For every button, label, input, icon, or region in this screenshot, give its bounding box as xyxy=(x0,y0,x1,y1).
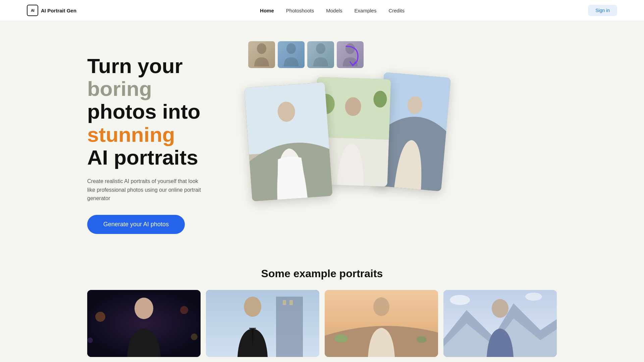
nav-photoshoots[interactable]: Photoshoots xyxy=(286,8,314,13)
hero-title-line2: photos into xyxy=(87,100,200,123)
examples-grid xyxy=(87,290,557,357)
hero-section: Turn your boring photos into stunning AI… xyxy=(0,21,644,254)
example-card-4 xyxy=(443,290,557,357)
example-card-2 xyxy=(206,290,319,357)
nav-credits[interactable]: Credits xyxy=(388,8,405,13)
example-card-3 xyxy=(325,290,438,357)
brand-name: AI Portrait Gen xyxy=(41,8,76,13)
svg-rect-30 xyxy=(283,300,286,305)
hero-text: Turn your boring photos into stunning AI… xyxy=(87,41,228,234)
input-photos-row xyxy=(248,41,577,68)
svg-rect-31 xyxy=(289,300,293,305)
arrow-icon xyxy=(343,45,363,68)
main-nav: Home Photoshoots Models Examples Credits xyxy=(260,8,405,13)
svg-point-5 xyxy=(316,43,325,54)
generate-photos-button[interactable]: Generate your AI photos xyxy=(87,215,185,234)
svg-point-37 xyxy=(373,297,389,316)
hero-title-line1: Turn your xyxy=(87,54,183,77)
example-img-4 xyxy=(443,290,557,357)
output-photos xyxy=(248,75,463,202)
input-thumb-3 xyxy=(307,41,334,68)
hero-title: Turn your boring photos into stunning AI… xyxy=(87,55,228,169)
svg-point-35 xyxy=(334,335,348,343)
svg-point-26 xyxy=(191,334,198,340)
input-thumb-2 xyxy=(278,41,305,68)
svg-rect-33 xyxy=(249,328,256,329)
nav-home[interactable]: Home xyxy=(260,8,274,13)
svg-point-25 xyxy=(88,338,93,343)
hero-title-boring: boring xyxy=(87,77,152,100)
example-img-1 xyxy=(87,290,201,357)
example-img-2 xyxy=(206,290,319,357)
logo[interactable]: AI AI Portrait Gen xyxy=(27,5,76,16)
thumb-silhouette-1 xyxy=(248,41,275,68)
input-thumb-1 xyxy=(248,41,275,68)
example-img-3 xyxy=(325,290,438,357)
hero-title-stunning: stunning xyxy=(87,123,175,146)
nav-examples[interactable]: Examples xyxy=(355,8,377,13)
svg-point-40 xyxy=(525,293,542,301)
output-photo-1 xyxy=(244,82,332,201)
svg-point-39 xyxy=(450,295,470,305)
svg-point-1 xyxy=(257,43,266,54)
sign-in-button[interactable]: Sign in xyxy=(588,5,617,16)
svg-rect-29 xyxy=(276,297,303,357)
thumb-silhouette-2 xyxy=(278,41,305,68)
hero-subtitle: Create realistic AI portraits of yoursel… xyxy=(87,177,201,203)
logo-icon: AI xyxy=(27,5,38,16)
svg-point-3 xyxy=(286,43,296,54)
examples-title: Some example portraits xyxy=(87,267,557,280)
svg-point-32 xyxy=(244,297,261,317)
header: AI AI Portrait Gen Home Photoshoots Mode… xyxy=(0,0,644,21)
svg-point-24 xyxy=(180,306,188,314)
output-silhouette-1 xyxy=(244,82,332,201)
nav-models[interactable]: Models xyxy=(326,8,342,13)
thumb-silhouette-3 xyxy=(307,41,334,68)
hero-title-line3: AI portraits xyxy=(87,146,198,169)
examples-section: Some example portraits xyxy=(0,254,644,362)
svg-point-23 xyxy=(95,312,105,322)
example-card-1 xyxy=(87,290,201,357)
hero-images xyxy=(248,41,577,216)
svg-point-27 xyxy=(135,298,153,319)
svg-point-36 xyxy=(417,336,427,343)
logo-icon-text: AI xyxy=(31,8,34,12)
svg-point-41 xyxy=(492,299,508,318)
